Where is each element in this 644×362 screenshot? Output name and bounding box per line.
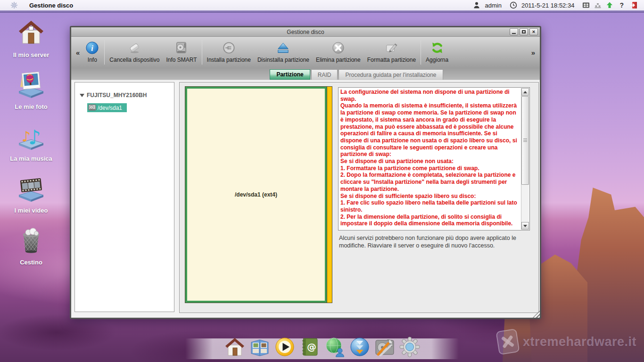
window-title: Gestione disco	[287, 29, 324, 35]
tab-bar: Partizione RAID Procedura guidata per l'…	[71, 68, 540, 80]
maximize-button[interactable]	[520, 28, 528, 35]
dock-settings-button[interactable]	[398, 336, 421, 358]
minimize-button[interactable]	[510, 28, 518, 35]
desktop-icon-label: La mia musica	[4, 155, 58, 162]
window-titlebar[interactable]: Gestione disco ×	[71, 27, 540, 37]
dock-network-users-button[interactable]	[323, 336, 346, 358]
username-label: admin	[485, 2, 501, 9]
disk-tree-panel: FUJITSU_MHY2160BH /dev/sda1	[74, 82, 174, 312]
app-grid-icon[interactable]	[582, 1, 590, 9]
format-partition-button[interactable]: Formatta partizione	[364, 39, 419, 66]
svg-text:i: i	[91, 44, 94, 53]
unmount-partition-button[interactable]: Disinstalla partizione	[254, 39, 313, 66]
hard-disk-icon	[174, 41, 189, 55]
partition-block-sda1[interactable]: /dev/sda1 (ext4)	[185, 87, 327, 303]
top-status-bar: Gestione disco admin 2011-5-21 18:52:34	[0, 0, 644, 10]
dock-photo-album-button[interactable]	[248, 336, 271, 358]
disk-tools-icon	[373, 336, 396, 358]
services-notice-text: Alcuni servizi potrebbero non funzionare…	[339, 234, 528, 249]
close-button[interactable]: ×	[529, 28, 538, 35]
page-title: Gestione disco	[29, 2, 73, 9]
desktop-icon-recycle-bin[interactable]: Cestino	[4, 225, 58, 266]
globe-user-icon	[323, 336, 346, 358]
erase-device-button[interactable]: Cancella dispositivo	[106, 39, 163, 66]
partition-map-panel: /dev/sda1 (ext4) La configurazione del s…	[179, 82, 539, 313]
desktop-icon-label: Le mie foto	[4, 103, 58, 110]
svg-text:♪: ♪	[28, 126, 41, 149]
partition-drive-icon	[88, 104, 96, 111]
watermark-text: xtremehardware.it	[523, 335, 636, 349]
toolbar-separator	[421, 40, 421, 65]
toolbar-separator	[104, 40, 105, 65]
house-icon	[16, 18, 46, 48]
tree-node-partition[interactable]: /dev/sda1	[87, 103, 127, 112]
toolbar-separator	[202, 40, 202, 65]
desktop-icon-label: I miei video	[4, 207, 58, 214]
tree-expand-caret-icon[interactable]	[80, 94, 84, 97]
refresh-button[interactable]: Aggiorna	[422, 39, 452, 66]
system-logo-icon	[10, 1, 18, 9]
tab-setup-wizard[interactable]: Procedura guidata per l'installazione	[339, 69, 443, 80]
home-icon	[223, 336, 246, 358]
video-icon	[16, 173, 46, 204]
disk-management-window: Gestione disco × « i Info	[70, 26, 541, 319]
plug-icon	[222, 41, 236, 55]
smart-info-button[interactable]: Info SMART	[163, 39, 200, 66]
trash-icon	[16, 225, 46, 255]
topbar-divider	[0, 10, 644, 13]
gear-icon	[398, 336, 421, 358]
photo-album-icon	[248, 336, 271, 358]
partition-node-label: /dev/sda1	[98, 105, 122, 111]
photos-icon	[16, 70, 46, 100]
address-book-icon: @	[298, 336, 321, 358]
info-icon: i	[85, 41, 99, 55]
desktop-icon-label: Cestino	[4, 259, 58, 266]
logout-icon[interactable]	[630, 1, 637, 9]
toolbar-collapse-left[interactable]: «	[74, 49, 82, 57]
upload-arrow-icon[interactable]	[606, 1, 613, 9]
devices-icon[interactable]	[594, 1, 602, 9]
desktop-icon-my-server[interactable]: Il mio server	[4, 18, 58, 58]
eject-icon	[276, 41, 290, 55]
free-space-strip[interactable]	[327, 87, 332, 303]
tab-partizione[interactable]: Partizione	[270, 69, 310, 80]
desktop-icon-my-photos[interactable]: Le mie foto	[4, 70, 58, 110]
disk-model-label: FUJITSU_MHY2160BH	[87, 92, 147, 99]
dock-address-book-button[interactable]: @	[298, 336, 321, 358]
clock-icon	[510, 1, 517, 9]
play-icon	[273, 336, 296, 358]
format-pencil-icon	[384, 41, 399, 55]
refresh-icon	[430, 41, 445, 55]
info-button[interactable]: i Info	[82, 39, 103, 66]
svg-text:@: @	[307, 341, 316, 353]
help-icon[interactable]: ?	[618, 1, 626, 9]
dock-disk-utility-button[interactable]	[373, 336, 396, 358]
dock-downloads-button[interactable]	[348, 336, 371, 358]
desktop-icon-my-music[interactable]: ♪ ♪ La mia musica	[4, 122, 58, 162]
desktop-icon-label: Il mio server	[4, 51, 58, 58]
mount-partition-button[interactable]: Installa partizione	[204, 39, 254, 66]
window-toolbar: « i Info Cancella dispositivo	[71, 37, 540, 68]
tree-node-disk[interactable]: FUJITSU_MHY2160BH	[80, 92, 147, 99]
desktop-icon-my-videos[interactable]: I miei video	[4, 173, 58, 214]
scroll-down-arrow-icon[interactable]	[521, 222, 529, 230]
watermark-x-logo	[495, 329, 520, 355]
toolbar-collapse-right[interactable]: »	[529, 49, 537, 57]
music-icon: ♪ ♪	[16, 122, 46, 152]
swap-warning-box: La configurazione del sistema non dispon…	[338, 87, 530, 230]
download-globe-icon	[348, 336, 371, 358]
scroll-up-arrow-icon[interactable]	[521, 88, 529, 96]
delete-partition-button[interactable]: Elimina partizione	[313, 39, 364, 66]
dock-home-button[interactable]	[223, 336, 246, 358]
dock-media-player-button[interactable]	[273, 336, 296, 358]
partition-block-label: /dev/sda1 (ext4)	[235, 191, 277, 198]
swap-warning-text: La configurazione del sistema non dispon…	[340, 89, 520, 229]
datetime-label: 2011-5-21 18:52:34	[521, 2, 575, 9]
tab-raid[interactable]: RAID	[311, 69, 338, 80]
user-icon	[473, 1, 480, 9]
warning-scrollbar[interactable]	[521, 88, 529, 230]
delete-x-icon	[331, 41, 346, 55]
scrollbar-thumb[interactable]	[521, 96, 529, 185]
watermark: xtremehardware.it	[497, 330, 636, 354]
partition-map: /dev/sda1 (ext4)	[185, 86, 332, 303]
